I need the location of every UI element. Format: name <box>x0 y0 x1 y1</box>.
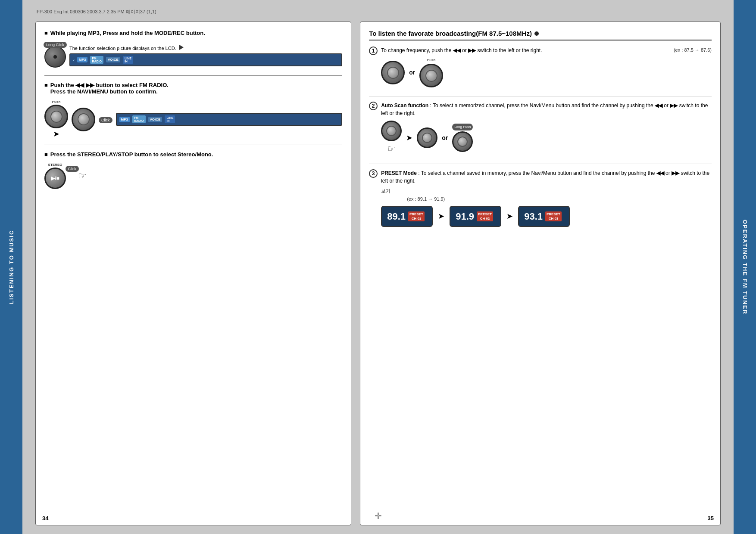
bottom-crosshair: ✛ <box>375 511 382 521</box>
section1: ■ While playing MP3, Press and hold the … <box>44 30 342 69</box>
nav-dial-inner-1 <box>50 111 62 123</box>
lcd-voice-2: VOICE <box>148 117 162 122</box>
step1-nav-dial-right[interactable] <box>419 64 443 87</box>
freq-row: 89.1 PRESETCH 01 ➤ 91.9 PRESETCH 02 ➤ 93… <box>381 206 712 227</box>
preset-label-1: PRESETCH 01 <box>408 211 425 221</box>
prev-icon-3: ◀◀ <box>656 170 665 176</box>
stereo-button[interactable]: ▶/■ <box>44 168 66 189</box>
click-label-3: Click <box>66 166 79 172</box>
lcd-radio: FMRADIO <box>90 56 103 64</box>
stereo-label: STEREO <box>48 163 62 167</box>
freq-display-2: 91.9 PRESETCH 02 <box>450 206 501 227</box>
freq-arrow-1: ➤ <box>438 211 444 222</box>
step3-num: 3 <box>369 169 378 178</box>
step3-content: PRESET Mode : To select a channel saved … <box>381 169 712 230</box>
main-content: IFP-300 Eng Int 030306 2003.3.7 2:35 PM … <box>22 0 734 534</box>
lcd-voice: VOICE <box>106 57 120 62</box>
nav-dial-group2 <box>72 108 95 131</box>
step1-text: To change frequency, push the ◀◀ or ▶▶ s… <box>381 47 712 54</box>
section2-illus: Push ➤ Click <box>44 100 342 139</box>
lcd-display-1: ♪ MP3 FMRADIO VOICE LINEIN <box>69 53 342 66</box>
step2-longpush-inner <box>457 137 468 147</box>
right-panel-title: To listen the favorate broadcasting(FM 8… <box>369 30 712 40</box>
step2-or: or <box>442 134 448 143</box>
step2-longpush-dial[interactable] <box>452 131 473 152</box>
step1-illus: or Push <box>381 58 712 87</box>
title-dot <box>534 31 539 36</box>
freq-display-3: 93.1 PRESETCH 03 <box>518 206 570 227</box>
lcd-display-2: MP3 FMRADIO VOICE LINEIN <box>116 113 343 126</box>
step1-dial-inner-right <box>425 70 437 82</box>
mode-dial[interactable] <box>44 46 66 68</box>
step2-dial2 <box>417 127 437 148</box>
section2-bullet: ■ <box>44 82 48 88</box>
step1-nav-dial-left[interactable] <box>381 61 405 84</box>
step2-arrow: ➤ <box>406 132 412 144</box>
right-title-text: To listen the favorate broadcasting(FM 8… <box>369 30 532 37</box>
step3-labels: 보기 (ex : 89.1 → 91.9) <box>381 187 445 202</box>
preset-label-2: PRESETCH 02 <box>477 211 493 221</box>
step1-content: To change frequency, push the ◀◀ or ▶▶ s… <box>381 47 712 91</box>
nav-dial-2[interactable] <box>72 108 95 131</box>
section1-illus: MODE Long Click The function selection p… <box>44 41 342 69</box>
step1-dial-inner-left <box>387 67 399 79</box>
step1-num: 1 <box>369 47 378 55</box>
lcd-mp3: MP3 <box>77 57 87 62</box>
freq-value-2: 91.9 <box>456 209 474 224</box>
play-icon: ▶/■ <box>51 175 59 181</box>
section2: ■ Push the ◀◀ ▶▶ button to select FM RAD… <box>44 75 342 139</box>
left-panel: ■ While playing MP3, Press and hold the … <box>35 22 351 525</box>
step1-row: 1 To change frequency, push the ◀◀ or ▶▶… <box>369 47 712 91</box>
step1-dial-left <box>381 61 405 84</box>
korean-label: 보기 <box>381 187 445 195</box>
step2-row: 2 Auto Scan function : To select a memor… <box>369 102 712 158</box>
page-number-left: 34 <box>42 515 48 522</box>
nav-dial-1[interactable] <box>44 105 68 128</box>
step2-illus: ☞ ➤ or Long Push <box>381 121 712 155</box>
step2-title: Auto Scan function <box>381 102 428 109</box>
section1-desc-area: The function selection picture displays … <box>69 45 342 66</box>
long-push-badge: Long Push <box>452 124 473 130</box>
arrow-right <box>179 45 184 50</box>
lcd-icon-group: ♪ <box>73 58 75 62</box>
left-sidebar-label: Listening to Music <box>8 230 15 304</box>
step1-dial-right: Push <box>419 58 443 87</box>
step2-scan-dial[interactable] <box>417 127 437 148</box>
section2-lcd-area: MP3 FMRADIO VOICE LINEIN <box>116 113 343 126</box>
columns: ■ While playing MP3, Press and hold the … <box>35 22 721 525</box>
section3: ■ Press the STEREO/PLAY/STOP button to s… <box>44 145 342 189</box>
next-icon-2: ▶▶ <box>670 102 679 109</box>
right-sidebar-label: Operating the FM Tuner <box>742 220 748 315</box>
click-badge-wrapper: Click <box>99 115 112 123</box>
prev-icon: ◀◀ <box>453 47 462 53</box>
freq-value-3: 93.1 <box>524 209 543 224</box>
step3-title: PRESET Mode <box>381 170 417 176</box>
step2-navi-inner <box>386 126 397 136</box>
step2-content: Auto Scan function : To select a memoriz… <box>381 102 712 158</box>
step1-or: or <box>409 68 415 77</box>
step3-text: PRESET Mode : To select a channel saved … <box>381 169 712 185</box>
next-icon-3: ▶▶ <box>672 170 681 176</box>
freq-value-1: 89.1 <box>387 209 406 224</box>
prev-icon-2: ◀◀ <box>655 102 664 109</box>
dial-dot <box>53 55 57 59</box>
file-info: IFP-300 Eng Int 030306 2003.3.7 2:35 PM … <box>35 9 721 15</box>
stereo-btn-wrapper: ▶/■ Click <box>44 168 66 189</box>
step3-illus: 보기 (ex : 89.1 → 91.9) <box>381 187 712 202</box>
step3-row: 3 PRESET Mode : To select a channel save… <box>369 169 712 230</box>
preset-label-3: PRESETCH 03 <box>545 211 562 221</box>
freq-arrow-2: ➤ <box>506 211 513 222</box>
step-divider-2 <box>369 164 712 164</box>
section1-desc: The function selection picture displays … <box>69 45 342 51</box>
step2-navi-dial[interactable] <box>381 121 402 141</box>
step2-num: 2 <box>369 102 378 110</box>
section3-bullet: ■ <box>44 151 48 158</box>
step1-example: (ex : 87.5 → 87.6) <box>674 47 712 54</box>
lcd-radio-2: FMRADIO <box>132 115 146 123</box>
section3-title: Press the STEREO/PLAY/STOP button to sel… <box>50 151 213 158</box>
section3-header: ■ Press the STEREO/PLAY/STOP button to s… <box>44 151 342 158</box>
step2-scan-inner <box>422 133 432 143</box>
step-divider-1 <box>369 96 712 96</box>
nav-dial-group1: Push ➤ <box>44 100 68 139</box>
long-click-badge: Long Click <box>44 42 67 48</box>
